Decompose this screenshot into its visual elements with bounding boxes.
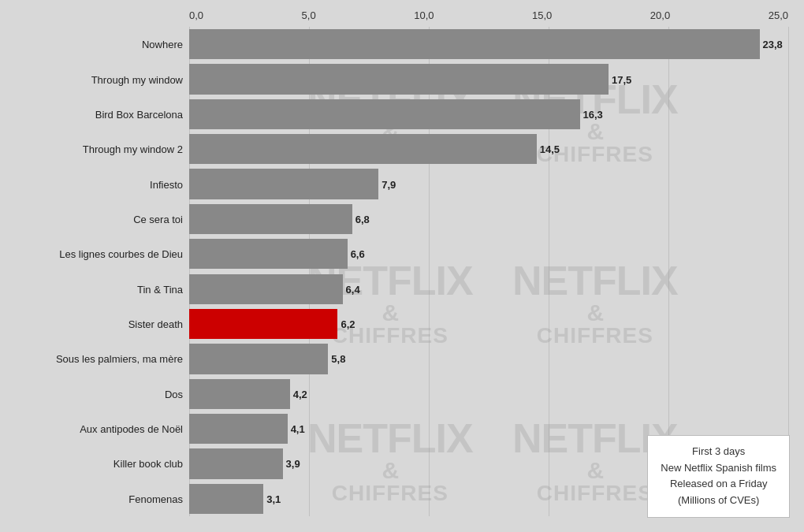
x-tick-0: 0,0 — [189, 9, 203, 21]
bar-value: 17,5 — [612, 73, 631, 85]
bar-row: Through my window17,5 — [0, 61, 804, 96]
bar-row: Nowhere23,8 — [0, 27, 804, 61]
bar-rect: 6,8 — [189, 204, 352, 234]
bar-value: 14,5 — [540, 143, 560, 155]
bar-rect: 23,8 — [189, 29, 760, 59]
bar-row: Bird Box Barcelona16,3 — [0, 97, 804, 132]
legend-box: First 3 daysNew Netflix Spanish filmsRel… — [647, 435, 790, 518]
bar-row: Infiesto7,9 — [0, 166, 804, 201]
bar-rect: 14,5 — [189, 134, 537, 164]
x-tick-1: 5,0 — [302, 9, 316, 21]
chart-container: NETFLIX&CHIFFRES NETFLIX&CHIFFRES NETFLI… — [0, 0, 804, 532]
bar-rect: 5,8 — [189, 344, 328, 374]
bar-row: Dos4,2 — [0, 377, 804, 411]
bar-label: Sister death — [0, 318, 183, 330]
bar-label: Bird Box Barcelona — [0, 108, 183, 120]
bar-value: 5,8 — [331, 353, 345, 365]
bar-rect: 4,1 — [189, 414, 288, 444]
bar-rect: 17,5 — [189, 64, 609, 94]
bar-value: 6,2 — [341, 318, 355, 330]
bar-value: 6,8 — [355, 213, 370, 225]
x-tick-2: 10,0 — [414, 9, 434, 21]
bar-rect: 16,3 — [189, 99, 580, 129]
bar-label: Dos — [0, 388, 183, 400]
bar-label: Fenomenas — [0, 493, 183, 504]
bar-rect: 3,9 — [189, 448, 283, 478]
bar-row: Through my window 214,5 — [0, 132, 804, 166]
bar-value: 16,3 — [583, 108, 603, 120]
x-axis: 0,0 5,0 10,0 15,0 20,0 25,0 — [189, 9, 788, 21]
bar-value: 3,1 — [266, 493, 281, 504]
bar-value: 4,1 — [291, 423, 305, 435]
bar-label: Ce sera toi — [0, 213, 183, 225]
x-tick-5: 25,0 — [769, 9, 788, 21]
bar-row: Ce sera toi6,8 — [0, 202, 804, 236]
legend-line1: First 3 daysNew Netflix Spanish filmsRel… — [661, 445, 776, 506]
bar-rect: 6,2 — [189, 309, 337, 339]
x-tick-3: 15,0 — [532, 9, 552, 21]
bar-label: Infiesto — [0, 178, 183, 190]
x-tick-4: 20,0 — [650, 9, 670, 21]
bar-rect: 6,4 — [189, 274, 343, 304]
bar-label: Nowhere — [0, 39, 183, 50]
bar-row: Tin & Tina6,4 — [0, 272, 804, 307]
bar-label: Tin & Tina — [0, 283, 183, 295]
bar-value: 7,9 — [382, 178, 396, 190]
bar-value: 6,4 — [346, 283, 360, 295]
bar-label: Aux antipodes de Noël — [0, 423, 183, 435]
bar-label: Killer book club — [0, 458, 183, 470]
bar-rect: 7,9 — [189, 169, 378, 199]
bar-label: Through my window — [0, 73, 183, 85]
bar-value: 23,8 — [763, 39, 783, 50]
bar-rect: 6,6 — [189, 239, 348, 269]
bar-rect: 3,1 — [189, 484, 263, 514]
bar-label: Sous les palmiers, ma mère — [0, 353, 183, 365]
bar-label: Through my window 2 — [0, 143, 183, 155]
bar-row: Sous les palmiers, ma mère5,8 — [0, 341, 804, 376]
bar-rect: 4,2 — [189, 379, 290, 409]
bar-value: 3,9 — [286, 458, 300, 470]
bar-value: 6,6 — [351, 248, 365, 260]
bar-value: 4,2 — [293, 388, 307, 400]
bar-row: Sister death6,2 — [0, 307, 804, 341]
bar-row: Les lignes courbes de Dieu6,6 — [0, 236, 804, 271]
bar-label: Les lignes courbes de Dieu — [0, 248, 183, 260]
